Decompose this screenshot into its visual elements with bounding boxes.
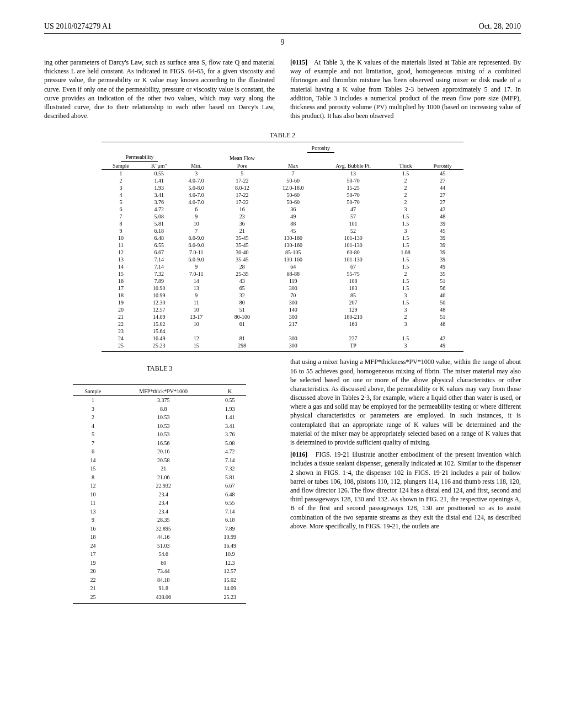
table3-title: TABLE 3 — [44, 364, 275, 373]
table-row: 1810.999327085346 — [102, 292, 464, 299]
para-num-0116: [0116] — [290, 451, 307, 458]
table-row: 116.556.0-9.035-45130-160101-1301.539 — [102, 242, 464, 249]
table-row: 75.0892349571.548 — [102, 213, 464, 220]
table2-col-header: Thick — [390, 162, 422, 170]
right-col-para-0115: [0115] At Table 3, the K values of the m… — [290, 58, 521, 120]
right-col-continuation: that using a mixer having a MFP*thicknes… — [290, 357, 521, 447]
table-row: 1912.3011803002071.550 — [102, 299, 464, 306]
table-row: 1754.610.9 — [73, 550, 246, 559]
table-row: 620.164.72 — [73, 447, 246, 456]
table-row: 2525.2315298300TP349 — [102, 342, 464, 349]
table2-group-permeability: Permeability — [121, 154, 158, 162]
table-row: 2315.64 — [102, 328, 464, 335]
table2-col-header: Porosity — [422, 162, 463, 170]
table-row: 96.187214552345 — [102, 227, 464, 234]
table-row: 1420.587.14 — [73, 456, 246, 465]
table-row: 2073.4412.57 — [73, 567, 246, 576]
table-row: 410.533.41 — [73, 422, 246, 431]
table-row: 1023.46.48 — [73, 490, 246, 499]
table2-col-header: Pore — [215, 162, 269, 170]
table-row: 1710.9013653001831.556 — [102, 285, 464, 292]
publication-date: Oct. 28, 2010 — [479, 22, 521, 31]
table2-col-header: K"μm" — [140, 162, 178, 170]
table-row: 64.726163647342 — [102, 206, 464, 213]
table2-col-header: Max — [270, 162, 317, 170]
table2-col-header: Sample — [102, 162, 141, 170]
table-row: 210.531.41 — [73, 413, 246, 422]
publication-number: US 2010/0274279 A1 — [44, 22, 111, 31]
table2-group-meanflow: Mean Flow — [230, 155, 255, 161]
table-row: 43.414.0-7.017-2250-6050-70227 — [102, 191, 464, 199]
table-row: 157.327.0-1125-3568-8855-75235 — [102, 270, 464, 277]
table3-col-header: Sample — [73, 387, 113, 396]
table-row: 1844.1610.99 — [73, 533, 246, 542]
table-row: 2284.1815.02 — [73, 576, 246, 585]
left-col-continued-text: ing other parameters of Darcy's Law, suc… — [44, 58, 275, 120]
table2-title: TABLE 2 — [44, 131, 521, 140]
table-row: 928.356.18 — [73, 516, 246, 524]
para-0115-text: At Table 3, the K values of the material… — [290, 58, 521, 120]
table-row: 25438.0625.23 — [73, 593, 246, 602]
table-row: 147.1492864671.549 — [102, 263, 464, 270]
table-row: 1632.8957.89 — [73, 524, 246, 533]
table-row: 167.8914431191081.551 — [102, 277, 464, 285]
table-row: 2215.021061217163346 — [102, 320, 464, 328]
table2: Porosity Permeability Mean Flow SampleK"… — [102, 142, 464, 352]
table2-col-header: Avg. Bubble Pt. — [317, 162, 390, 170]
table-row: 106.486.0-9.035-45130-160101-1301.539 — [102, 234, 464, 242]
page-header: US 2010/0274279 A1 Oct. 28, 2010 — [44, 22, 521, 34]
table-row: 126.677.0-1130-4085-10560-801.6839 — [102, 249, 464, 256]
table-row: 15217.32 — [73, 464, 246, 473]
table-row: 2451.0316.49 — [73, 542, 246, 550]
table3-col-header: MFP*thick*PV*1000 — [113, 387, 214, 396]
table-row: 1123.46.55 — [73, 499, 246, 507]
table-row: 2191.814.09 — [73, 584, 246, 593]
table-row: 21.414.0-7.017-2250-6050-70227 — [102, 177, 464, 184]
table-row: 38.81.93 — [73, 405, 246, 414]
table-row: 10.55357131.545 — [102, 170, 464, 178]
table-row: 137.146.0-9.035-45130-160101-1301.539 — [102, 256, 464, 263]
table-row: 196012.3 — [73, 559, 246, 568]
table-row: 85.811036881011.539 — [102, 220, 464, 227]
page-number: 9 — [44, 38, 521, 47]
table3-col-header: K — [214, 387, 246, 396]
table-row: 510.533.76 — [73, 430, 246, 439]
table-row: 31.935.0-8.08.0-1212.0-18.015-25244 — [102, 184, 464, 191]
table-row: 2416.4912813002271.542 — [102, 335, 464, 342]
table-row: 821.065.81 — [73, 473, 246, 482]
table-row: 13.3750.55 — [73, 396, 246, 405]
right-col-para-0116: [0116] FIGS. 19-21 illustrate another em… — [290, 450, 521, 531]
table2-col-header: Min. — [178, 162, 215, 170]
table2-group-porosity: Porosity — [307, 145, 334, 153]
table-row: 1222.9326.67 — [73, 481, 246, 490]
table3: SampleMFP*thick*PV*1000K 13.3750.5538.81… — [73, 384, 246, 604]
para-num-0115: [0115] — [290, 58, 307, 66]
table-row: 716.565.08 — [73, 439, 246, 448]
table-row: 1323.47.14 — [73, 507, 246, 516]
para-0116-text: FIGS. 19-21 illustrate another embodimen… — [290, 451, 521, 530]
table-row: 2114.0913-1780-100300180-210251 — [102, 313, 464, 320]
table-row: 2012.571051140129348 — [102, 306, 464, 313]
table-row: 53.764.0-7.017-2250-6050-70227 — [102, 199, 464, 206]
